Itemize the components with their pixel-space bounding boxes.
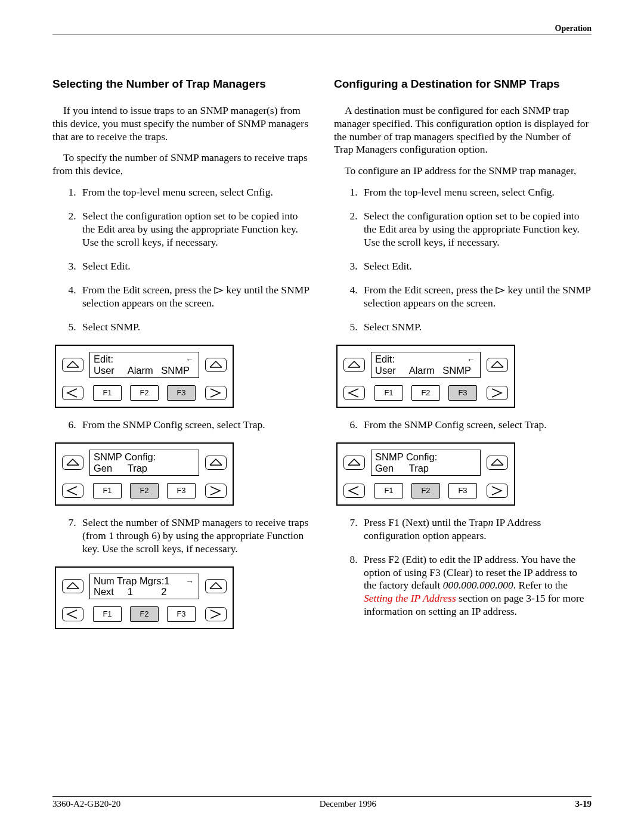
left-p2: To specify the number of SNMP managers t… xyxy=(52,151,310,178)
lcd-continuation-arrow: → xyxy=(185,577,194,586)
nav-up-button[interactable] xyxy=(62,456,83,470)
lcd-line1: Edit: xyxy=(94,354,195,365)
lcd-continuation-arrow: ← xyxy=(467,355,475,364)
lcd-screen: Num Trap Mgrs:1Next12→ xyxy=(89,574,199,600)
lcd-option: Alarm xyxy=(409,365,443,376)
fkey-f3[interactable]: F3 xyxy=(167,483,196,498)
left-step-3: Select Edit. xyxy=(79,260,310,273)
lcd-option xyxy=(161,463,195,474)
fkey-row: F1F2F3 xyxy=(89,606,199,622)
lcd-line1: SNMP Config: xyxy=(94,451,195,463)
lcd-option: SNMP xyxy=(442,365,476,376)
svg-marker-0 xyxy=(215,287,222,293)
right-step-1: From the top-level menu screen, select C… xyxy=(360,186,592,199)
device-panel-snmp-left: SNMP Config:GenTrapF1F2F3 xyxy=(55,442,234,506)
right-step-8-default: 000.000.000.000 xyxy=(443,579,513,591)
fkey-f1[interactable]: F1 xyxy=(93,606,122,622)
nav-up-button[interactable] xyxy=(205,358,227,372)
right-step-5: Select SNMP. xyxy=(360,321,592,334)
fkey-f1[interactable]: F1 xyxy=(93,385,122,401)
lcd-option: Trap xyxy=(128,463,162,474)
lcd-option: 1 xyxy=(128,586,162,597)
right-step-6: From the SNMP Config screen, select Trap… xyxy=(360,419,592,432)
nav-left-button[interactable] xyxy=(343,386,365,400)
nav-up-button[interactable] xyxy=(343,358,365,372)
nav-right-button[interactable] xyxy=(205,386,227,400)
nav-left-button[interactable] xyxy=(62,386,83,400)
nav-left-button[interactable] xyxy=(62,484,83,498)
right-column: Configuring a Destination for SNMP Traps… xyxy=(334,77,592,640)
lcd-option: Alarm xyxy=(128,365,162,376)
fkey-f2[interactable]: F2 xyxy=(411,483,440,498)
nav-up-button[interactable] xyxy=(487,456,508,470)
nav-up-button[interactable] xyxy=(487,358,508,372)
right-step-4a: From the Edit screen, press the xyxy=(364,284,496,296)
left-step-4: From the Edit screen, press the key unti… xyxy=(79,284,310,311)
fkey-f1[interactable]: F1 xyxy=(374,385,403,401)
fkey-f3[interactable]: F3 xyxy=(448,483,477,498)
fkey-f2[interactable]: F2 xyxy=(130,385,159,401)
fkey-f2[interactable]: F2 xyxy=(130,606,159,622)
lcd-line1: SNMP Config: xyxy=(375,451,476,463)
left-steps: From the top-level menu screen, select C… xyxy=(52,186,310,334)
left-step-4a: From the Edit screen, press the xyxy=(82,284,214,296)
fkey-f1[interactable]: F1 xyxy=(93,483,122,498)
cross-ref-link[interactable]: Setting the IP Address xyxy=(364,592,456,604)
lcd-line2: GenTrap xyxy=(375,463,476,474)
columns: Selecting the Number of Trap Managers If… xyxy=(52,77,592,640)
fkey-row: F1F2F3 xyxy=(89,483,199,498)
left-title: Selecting the Number of Trap Managers xyxy=(52,77,310,91)
lcd-screen: Edit:UserAlarmSNMP← xyxy=(89,352,199,378)
fkey-f3[interactable]: F3 xyxy=(448,385,477,401)
lcd-option: 2 xyxy=(161,586,195,597)
device-panel-edit-right: Edit:UserAlarmSNMP←F1F2F3 xyxy=(336,345,515,408)
nav-up-button[interactable] xyxy=(343,456,365,470)
right-step-7n: n xyxy=(488,516,494,528)
right-step-8b: . Refer to the xyxy=(513,579,568,591)
right-step-7a: Press F1 (Next) until the Trap xyxy=(364,516,488,528)
fkey-row: F1F2F3 xyxy=(89,385,199,401)
nav-right-button[interactable] xyxy=(205,607,227,621)
fkey-f1[interactable]: F1 xyxy=(374,483,403,498)
nav-right-button[interactable] xyxy=(205,484,227,498)
lcd-line1: Edit: xyxy=(375,354,476,365)
nav-up-button[interactable] xyxy=(62,358,83,372)
nav-right-button[interactable] xyxy=(487,386,508,400)
nav-up-button[interactable] xyxy=(205,579,227,593)
left-step-1: From the top-level menu screen, select C… xyxy=(79,186,310,199)
nav-left-button[interactable] xyxy=(343,484,365,498)
left-step-6: From the SNMP Config screen, select Trap… xyxy=(79,419,310,432)
left-p1: If you intend to issue traps to an SNMP … xyxy=(52,104,310,144)
lcd-line2: UserAlarmSNMP xyxy=(375,365,476,376)
footer-date: December 1996 xyxy=(320,799,376,809)
nav-up-button[interactable] xyxy=(62,579,83,593)
right-step-8: Press F2 (Edit) to edit the IP address. … xyxy=(360,553,592,618)
footer-page: 3-19 xyxy=(575,799,592,809)
right-step-4: From the Edit screen, press the key unti… xyxy=(360,284,592,311)
fkey-f3[interactable]: F3 xyxy=(167,606,196,622)
lcd-option: Next xyxy=(94,586,128,597)
lcd-screen: SNMP Config:GenTrap xyxy=(371,450,481,476)
right-step-7: Press F1 (Next) until the Trapn IP Addre… xyxy=(360,516,592,543)
right-steps-7: Press F1 (Next) until the Trapn IP Addre… xyxy=(334,516,592,618)
lcd-option: User xyxy=(94,365,128,376)
right-title: Configuring a Destination for SNMP Traps xyxy=(334,77,592,91)
fkey-f2[interactable]: F2 xyxy=(130,483,159,498)
page: Operation Selecting the Number of Trap M… xyxy=(0,0,644,833)
right-p2: To configure an IP address for the SNMP … xyxy=(334,165,592,178)
device-panel-num-left: Num Trap Mgrs:1Next12→F1F2F3 xyxy=(55,566,234,630)
fkey-f2[interactable]: F2 xyxy=(411,385,440,401)
right-step-3: Select Edit. xyxy=(360,260,592,273)
footer-doc: 3360-A2-GB20-20 xyxy=(52,799,120,809)
nav-right-button[interactable] xyxy=(487,484,508,498)
running-head-text: Operation xyxy=(52,24,592,33)
lcd-option: User xyxy=(375,365,409,376)
nav-left-button[interactable] xyxy=(62,607,83,621)
fkey-f3[interactable]: F3 xyxy=(167,385,196,401)
right-steps: From the top-level menu screen, select C… xyxy=(334,186,592,334)
lcd-line2: GenTrap xyxy=(94,463,195,474)
nav-up-button[interactable] xyxy=(205,456,227,470)
lcd-screen: SNMP Config:GenTrap xyxy=(89,450,199,476)
lcd-screen: Edit:UserAlarmSNMP← xyxy=(371,352,481,378)
left-step-5: Select SNMP. xyxy=(79,321,310,334)
